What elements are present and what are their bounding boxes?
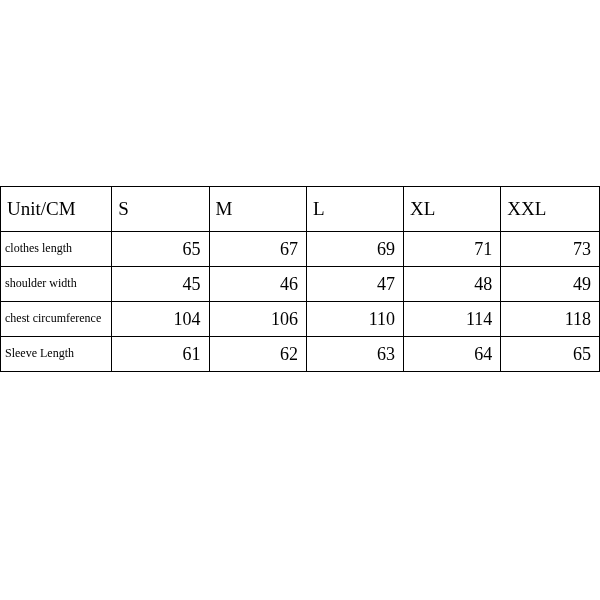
cell-value: 65 bbox=[501, 337, 600, 372]
cell-value: 48 bbox=[404, 267, 501, 302]
cell-value: 47 bbox=[306, 267, 403, 302]
row-label: shoulder width bbox=[1, 267, 112, 302]
cell-value: 46 bbox=[209, 267, 306, 302]
size-chart-table: Unit/CM S M L XL XXL clothes length 65 6… bbox=[0, 186, 600, 372]
unit-header: Unit/CM bbox=[1, 187, 112, 232]
cell-value: 45 bbox=[112, 267, 209, 302]
cell-value: 114 bbox=[404, 302, 501, 337]
cell-value: 64 bbox=[404, 337, 501, 372]
size-header-m: M bbox=[209, 187, 306, 232]
table-row: chest circumference 104 106 110 114 118 bbox=[1, 302, 600, 337]
size-header-xxl: XXL bbox=[501, 187, 600, 232]
table-row: shoulder width 45 46 47 48 49 bbox=[1, 267, 600, 302]
cell-value: 49 bbox=[501, 267, 600, 302]
size-header-xl: XL bbox=[404, 187, 501, 232]
cell-value: 61 bbox=[112, 337, 209, 372]
cell-value: 71 bbox=[404, 232, 501, 267]
header-row: Unit/CM S M L XL XXL bbox=[1, 187, 600, 232]
cell-value: 65 bbox=[112, 232, 209, 267]
cell-value: 67 bbox=[209, 232, 306, 267]
size-header-s: S bbox=[112, 187, 209, 232]
cell-value: 62 bbox=[209, 337, 306, 372]
table-row: clothes length 65 67 69 71 73 bbox=[1, 232, 600, 267]
table-row: Sleeve Length 61 62 63 64 65 bbox=[1, 337, 600, 372]
cell-value: 73 bbox=[501, 232, 600, 267]
row-label: chest circumference bbox=[1, 302, 112, 337]
cell-value: 104 bbox=[112, 302, 209, 337]
size-header-l: L bbox=[306, 187, 403, 232]
cell-value: 110 bbox=[306, 302, 403, 337]
row-label: clothes length bbox=[1, 232, 112, 267]
cell-value: 63 bbox=[306, 337, 403, 372]
cell-value: 106 bbox=[209, 302, 306, 337]
row-label: Sleeve Length bbox=[1, 337, 112, 372]
cell-value: 118 bbox=[501, 302, 600, 337]
cell-value: 69 bbox=[306, 232, 403, 267]
